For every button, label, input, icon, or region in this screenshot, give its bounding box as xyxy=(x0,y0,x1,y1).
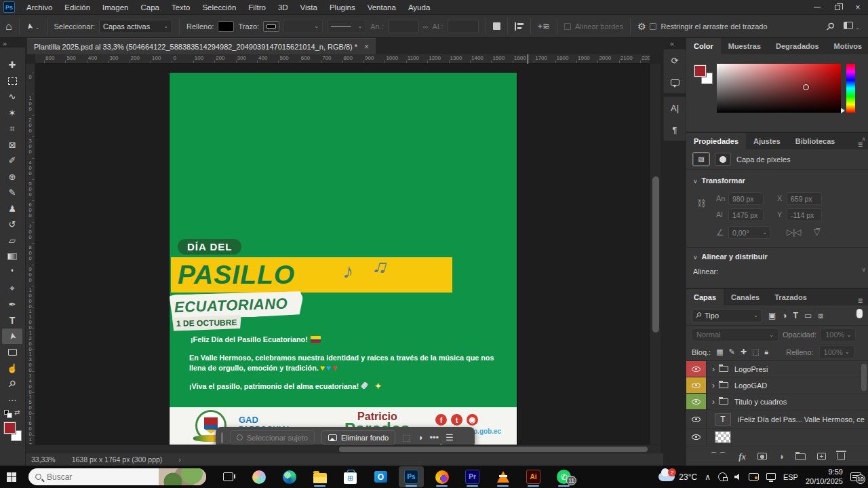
tab-ajustes[interactable]: Ajustes xyxy=(746,133,788,149)
clock[interactable]: 9:59 20/10/2025 xyxy=(806,468,843,487)
workspace-switcher-icon[interactable]: ⌄ xyxy=(844,22,860,31)
close-button[interactable]: × xyxy=(848,0,868,15)
cast-icon[interactable] xyxy=(749,473,759,481)
panel-scroll-down-icon[interactable]: ∨ xyxy=(861,266,866,273)
taskbar-photoshop-icon[interactable]: Ps xyxy=(399,466,424,487)
visibility-toggle[interactable] xyxy=(686,377,707,393)
tool-eraser[interactable]: ▱ xyxy=(2,233,22,248)
menu-filtro[interactable]: Filtro xyxy=(242,3,272,12)
tool-eyedropper[interactable]: ✐ xyxy=(2,153,22,168)
foreground-color-swatch[interactable] xyxy=(4,422,16,434)
layer-row[interactable]: ›Titulo y cuadros xyxy=(686,394,868,410)
taskbar-outlook-icon[interactable]: O xyxy=(368,466,393,487)
select-mode-dropdown[interactable]: Capas activas⌄ xyxy=(99,20,172,33)
adjustment-layer-icon[interactable]: ◑ xyxy=(778,451,784,462)
start-button[interactable] xyxy=(0,466,23,488)
drag-handle[interactable] xyxy=(221,432,223,443)
taskbar-firefox-icon[interactable] xyxy=(429,466,454,487)
tool-frame[interactable]: ⊠ xyxy=(2,137,22,153)
layer-mask-icon[interactable] xyxy=(715,153,731,166)
tab-degradados[interactable]: Degradados xyxy=(768,38,827,54)
filter-type-layers-icon[interactable]: T xyxy=(793,311,798,320)
comments-panel-icon[interactable] xyxy=(664,71,686,93)
taskbar-vlc-icon[interactable] xyxy=(490,466,515,487)
tab-muestras[interactable]: Muestras xyxy=(721,38,768,54)
layers-scrollbar-thumb[interactable] xyxy=(861,364,867,391)
visibility-toggle[interactable] xyxy=(686,429,707,445)
expand-panels-chevron[interactable]: « xyxy=(670,39,674,48)
filter-adjustment-layers-icon[interactable]: ◑ xyxy=(782,311,787,320)
lock-all-icon[interactable]: 🔒︎ xyxy=(764,348,768,356)
character-panel-icon[interactable]: A| xyxy=(664,97,686,119)
tab-propiedades[interactable]: Propiedades xyxy=(686,133,746,149)
tool-healing-brush[interactable]: ⊕ xyxy=(2,169,22,185)
path-alignment-icon[interactable] xyxy=(515,22,524,31)
menu-seleccion[interactable]: Selección xyxy=(196,3,242,12)
tool-magic-wand[interactable]: ✶ xyxy=(2,105,22,121)
tool-rectangular-marquee[interactable] xyxy=(2,73,22,89)
tool-more-tools[interactable]: ⋯ xyxy=(2,392,22,408)
horizontal-scrollbar[interactable] xyxy=(26,445,660,453)
layer-row[interactable]: ›LogoPresi xyxy=(686,361,868,377)
path-operations-icon[interactable] xyxy=(493,22,500,30)
document-artwork[interactable]: DÍA DEL PASILLO ♪ ♫ ECUATORIANO 1 DE OCT… xyxy=(170,73,517,445)
collapse-toolbar-chevron[interactable]: » xyxy=(3,39,7,48)
document-tab[interactable]: Plantilla 2025.psd al 33,3% (504664122_5… xyxy=(27,38,376,54)
tool-history-brush[interactable]: ↺ xyxy=(2,217,22,232)
menu-plugins[interactable]: Plugins xyxy=(323,3,361,12)
tool-hand[interactable]: ☝ xyxy=(2,360,22,376)
taskbar-microsoft-store-icon[interactable]: ⊞ xyxy=(338,466,363,487)
tool-move[interactable]: ✚ xyxy=(2,57,22,73)
menu-edicion[interactable]: Edición xyxy=(58,3,96,12)
taskbar-copilot-icon[interactable] xyxy=(246,466,271,487)
paragraph-panel-icon[interactable]: ¶ xyxy=(664,119,686,140)
delete-layer-icon[interactable] xyxy=(837,453,845,460)
visibility-toggle[interactable] xyxy=(686,394,707,409)
layer-row[interactable]: ›LogoGAD xyxy=(686,377,868,394)
tool-gradient[interactable] xyxy=(2,248,22,264)
search-input[interactable] xyxy=(47,472,135,482)
taskbar-task-view-icon[interactable] xyxy=(216,466,241,487)
swap-colors-icon[interactable]: ⇄ xyxy=(14,409,20,416)
tool-blur[interactable]: ❜ xyxy=(2,265,22,280)
vertical-scrollbar-thumb[interactable] xyxy=(652,176,659,333)
taskbar-premiere-icon[interactable]: Pr xyxy=(460,466,485,487)
constrain-path-checkbox[interactable] xyxy=(650,23,656,30)
tab-trazados[interactable]: Trazados xyxy=(767,289,814,305)
color-swatches[interactable] xyxy=(4,422,23,443)
add-mask-icon[interactable] xyxy=(757,453,767,460)
default-colors-icon[interactable]: ⇄ xyxy=(4,409,22,418)
panel-menu-icon[interactable]: ≡ xyxy=(852,296,868,305)
search-icon[interactable]: ⚲ xyxy=(823,19,837,33)
restore-button[interactable] xyxy=(827,0,848,15)
color-picker-marker[interactable] xyxy=(803,84,809,90)
minimize-button[interactable] xyxy=(807,0,827,15)
tool-clone-stamp[interactable]: ♟ xyxy=(2,201,22,217)
volume-icon[interactable] xyxy=(734,474,741,481)
taskbar-whatsapp-icon[interactable]: ✆11 xyxy=(551,466,576,487)
tool-path-selection[interactable]: ➤ xyxy=(2,329,22,344)
visibility-toggle[interactable] xyxy=(686,410,707,428)
tool-crop[interactable]: ⌗ xyxy=(2,121,22,136)
pixel-layer-icon[interactable]: ▨ xyxy=(693,153,709,166)
close-tab-icon[interactable]: × xyxy=(364,42,369,52)
filter-shape-layers-icon[interactable]: ▭ xyxy=(804,311,812,320)
color-gradient-field[interactable] xyxy=(717,64,841,113)
tool-pen[interactable]: ✒ xyxy=(2,297,22,312)
layer-row[interactable]: TiFeliz Día del Pas... Valle Hermoso, ce xyxy=(686,410,868,429)
tray-device-icon[interactable] xyxy=(718,472,727,481)
filter-pixel-layers-icon[interactable]: ▣ xyxy=(768,311,776,320)
more-options-icon[interactable]: ••• xyxy=(429,432,439,443)
hue-slider-arrow[interactable] xyxy=(841,108,845,113)
panel-scroll-up-icon[interactable]: ∧ xyxy=(861,136,866,143)
tab-bibliotecas[interactable]: Bibliotecas xyxy=(788,133,843,149)
contextual-task-bar[interactable]: Seleccionar sujeto Eliminar fondo ⬚ ◑ ••… xyxy=(216,427,475,445)
menu-vista[interactable]: Vista xyxy=(294,3,323,12)
taskbar-file-explorer-icon[interactable] xyxy=(307,466,332,487)
gear-icon[interactable]: ⚙ xyxy=(637,21,646,32)
menu-texto[interactable]: Texto xyxy=(165,3,197,12)
adjustments-icon[interactable]: ◑ xyxy=(418,432,423,443)
layer-filter-dropdown[interactable]: ⚲Tipo⌄ xyxy=(692,309,762,322)
home-icon[interactable]: ⌂ xyxy=(5,20,12,33)
horizontal-ruler[interactable]: 6005004003002001000100200300400500600700… xyxy=(35,54,650,64)
